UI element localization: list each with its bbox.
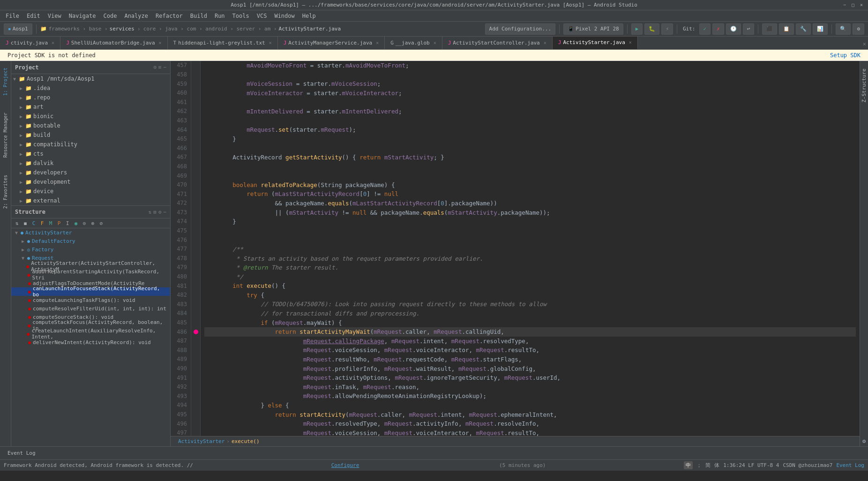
tree-art[interactable]: ▶ 📁 art [11, 102, 170, 112]
bottom-tab-eventlog[interactable]: Event Log [4, 449, 39, 457]
ime-icon-2[interactable]: 简 [705, 462, 711, 469]
close-editor-button[interactable]: × [861, 39, 868, 49]
toolbar-icon-3[interactable]: 🔧 [796, 23, 811, 35]
left-tab-favorites[interactable]: 2: Favorites [2, 172, 9, 211]
tab-close-ctivity[interactable]: × [52, 40, 54, 45]
struct-item-delivernew[interactable]: ● deliverNewIntent(ActivityRecord): void [11, 338, 170, 346]
add-configuration-button[interactable]: Add Configuration... [485, 23, 555, 35]
chinese-input-indicator[interactable]: 中 [684, 461, 693, 469]
tree-compatibility[interactable]: ▶ 📁 compatibility [11, 140, 170, 149]
tab-close-as[interactable]: × [629, 40, 632, 45]
menu-window[interactable]: Window [270, 10, 298, 21]
minimize-button[interactable]: − [842, 2, 847, 8]
toolbar-icon-1[interactable]: ⬛ [762, 23, 777, 35]
git-clock[interactable]: 🕐 [726, 23, 741, 35]
struct-icon-inh[interactable]: ⊗ [89, 219, 97, 227]
close-button[interactable]: × [859, 2, 864, 8]
structure-sort-icon[interactable]: ⇅ [149, 209, 152, 215]
tree-root[interactable]: ▼ 📁 Aosp1 /mnt/sda/Aosp1 [11, 74, 170, 83]
tree-idea[interactable]: ▶ 📁 .idea [11, 83, 170, 93]
tab-hiddenapi[interactable]: T hiddenapi-light-greylist.txt × [168, 37, 278, 49]
struct-icon-c[interactable]: C [30, 219, 37, 227]
tab-close-asc[interactable]: × [544, 40, 546, 45]
tree-bootable[interactable]: ▶ 📁 bootable [11, 121, 170, 130]
run-button[interactable]: ▶ [631, 23, 643, 35]
tab-activity-starter[interactable]: J ActivityStarter.java × [553, 37, 638, 49]
tab-close-ams[interactable]: × [376, 40, 379, 45]
right-tab-structure[interactable]: Z-Structure [860, 65, 868, 106]
tab-close-shell[interactable]: × [159, 40, 162, 45]
struct-icon-1[interactable]: ⇅ [13, 219, 21, 227]
menu-build[interactable]: Build [187, 10, 211, 21]
menu-view[interactable]: View [44, 10, 65, 21]
left-tab-project[interactable]: 1: Project [2, 65, 9, 98]
setup-sdk-link[interactable]: Setup SDK [830, 52, 861, 59]
breadcrumb-class[interactable]: ActivityStarter [178, 438, 224, 444]
tree-device[interactable]: ▶ 📁 device [11, 187, 170, 196]
ime-icon-3[interactable]: 体 [714, 462, 719, 469]
profile-button[interactable]: ⚡ [661, 23, 673, 35]
struct-item-createlaunch[interactable]: ● createLaunchIntent(AuxiliaryResolveInf… [11, 330, 170, 338]
structure-minimize-icon[interactable]: − [163, 209, 166, 215]
right-settings-icon[interactable]: ⚙ [861, 436, 868, 446]
struct-item-defaultfactory[interactable]: ▶ ● DefaultFactory [11, 237, 170, 245]
menu-navigate[interactable]: Navigate [65, 10, 100, 21]
layout-icon[interactable]: ≡ [158, 64, 162, 70]
breadcrumb-frameworks[interactable]: 📁 [40, 26, 47, 32]
tab-close-glob[interactable]: × [434, 40, 436, 45]
tab-asc[interactable]: J ActivityStartController.java × [442, 37, 553, 49]
struct-icon-i[interactable]: I [64, 219, 71, 227]
breadcrumb-method[interactable]: execute() [232, 438, 260, 444]
struct-item-canlaunch[interactable]: ● canLaunchIntoFocusedStack(ActivityReco… [11, 287, 170, 296]
struct-icon-m[interactable]: M [47, 219, 54, 227]
settings-gear[interactable]: ⚙ [853, 23, 864, 35]
tree-cts[interactable]: ▶ 📁 cts [11, 149, 170, 158]
menu-vcs[interactable]: VCS [253, 10, 271, 21]
menu-tools[interactable]: Tools [229, 10, 253, 21]
tab-shell[interactable]: J ShellUiAutomatorBridge.java × [60, 37, 167, 49]
struct-item-factory[interactable]: ▶ ◎ Factory [11, 245, 170, 254]
git-check[interactable]: ✓ [699, 23, 711, 35]
tree-dalvik[interactable]: ▶ 📁 dalvik [11, 158, 170, 168]
struct-icon-p[interactable]: P [55, 219, 63, 227]
menu-run[interactable]: Run [211, 10, 229, 21]
code-text[interactable]: mAvoidMoveToFront = starter.mAvoidMoveTo… [201, 61, 860, 436]
struct-icon-pub[interactable]: ◉ [72, 219, 80, 227]
tab-ams[interactable]: J ActivityManagerService.java × [278, 37, 385, 49]
menu-help[interactable]: Help [299, 10, 320, 21]
search-button[interactable]: 🔍 [836, 23, 851, 35]
tree-development[interactable]: ▶ 📁 development [11, 177, 170, 187]
struct-item-activitystarter[interactable]: ▼ ● ActivityStarter [11, 228, 170, 237]
structure-settings-icon[interactable]: ⚙ [158, 209, 162, 215]
project-selector[interactable]: ▪ Aosp1 [4, 23, 32, 35]
toolbar-icon-2[interactable]: 📋 [779, 23, 794, 35]
maximize-button[interactable]: □ [850, 2, 856, 8]
sync-icon[interactable]: ⚙ [153, 64, 157, 70]
tab-close-hiddenapi[interactable]: × [269, 40, 272, 45]
struct-icon-anon[interactable]: ⊘ [97, 219, 105, 227]
tab-glob[interactable]: G __java.glob × [385, 37, 442, 49]
struct-icon-2[interactable]: ◼ [22, 219, 29, 227]
tree-repo[interactable]: ▶ 📁 .repo [11, 93, 170, 102]
event-log-badge[interactable]: Event Log [836, 462, 864, 468]
tree-developers[interactable]: ▶ 📁 developers [11, 168, 170, 177]
struct-icon-f[interactable]: F [38, 219, 46, 227]
tree-external[interactable]: ▶ 📁 external [11, 196, 170, 205]
ime-icon-1[interactable]: ； [696, 462, 702, 469]
toolbar-icon-4[interactable]: 📊 [813, 23, 828, 35]
git-x[interactable]: ✗ [712, 23, 724, 35]
tree-bionic[interactable]: ▶ 📁 bionic [11, 112, 170, 121]
git-undo[interactable]: ↩ [743, 23, 755, 35]
configure-link[interactable]: Configure [331, 462, 359, 468]
left-tab-resource[interactable]: Resource Manager [2, 110, 9, 160]
menu-code[interactable]: Code [100, 10, 121, 21]
minimize-panel-icon[interactable]: − [163, 64, 166, 70]
struct-icon-priv[interactable]: ⊙ [81, 219, 88, 227]
structure-expand-icon[interactable]: ⊞ [153, 209, 157, 215]
code-content-area[interactable]: 457 458 459 460 461 462 463 464 465 466 … [171, 61, 860, 436]
menu-file[interactable]: File [2, 10, 23, 21]
menu-analyze[interactable]: Analyze [120, 10, 152, 21]
tree-build[interactable]: ▶ 📁 build [11, 130, 170, 140]
tab-ctivity[interactable]: J ctivity.java × [0, 37, 60, 49]
struct-item-computeresolve[interactable]: ● computeResolveFilterUid(int, int, int)… [11, 304, 170, 313]
